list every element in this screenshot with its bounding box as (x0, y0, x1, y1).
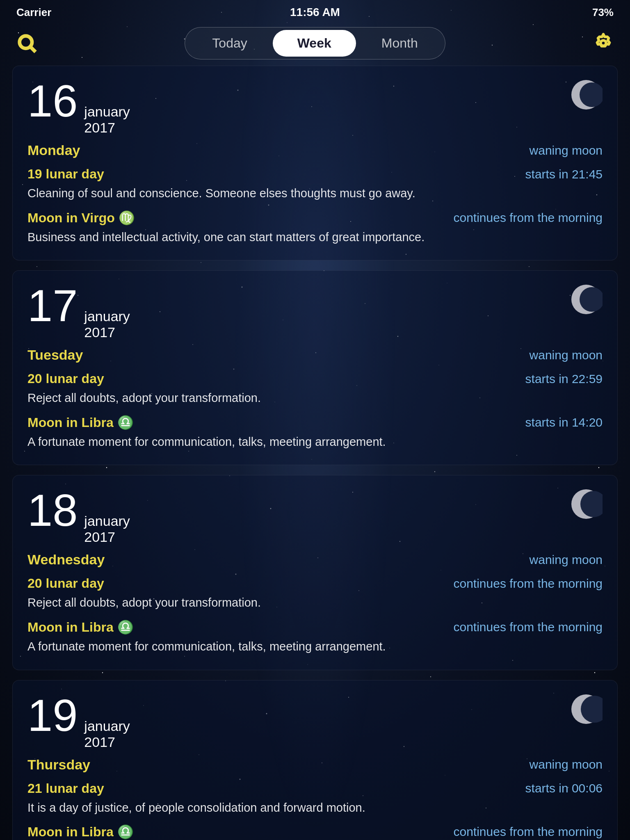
lunar-time-18: continues from the morning (453, 577, 603, 591)
moon-sign-section-16: Moon in Virgo ♍ continues from the morni… (27, 210, 603, 246)
lunar-section-17: 20 lunar day starts in 22:59 Reject all … (27, 371, 603, 406)
moon-phase-icon-16 (570, 78, 603, 111)
day-name-row-17: Tuesday waning moon (27, 347, 603, 363)
carrier-label: Carrier (16, 6, 51, 19)
day-header-19: 19 january 2017 (27, 693, 603, 750)
day-number-16: 16 (27, 78, 78, 123)
tab-month[interactable]: Month (357, 30, 443, 57)
moon-sign-row-17: Moon in Libra ♎ starts in 14:20 (27, 415, 603, 430)
moon-sign-row-16: Moon in Virgo ♍ continues from the morni… (27, 210, 603, 226)
search-icon (16, 32, 37, 54)
moon-sign-time-17: starts in 14:20 (525, 415, 603, 429)
day-month-16: january (84, 104, 130, 120)
time-display: 11:56 AM (290, 6, 340, 19)
day-number-17: 17 (27, 283, 78, 328)
day-name-19: Thursday (27, 757, 90, 773)
days-list: 16 january 2017 Monday waning moon 19 lu… (0, 66, 630, 840)
lunar-desc-19: It is a day of justice, of people consol… (27, 799, 603, 816)
moon-sign-row-18: Moon in Libra ♎ continues from the morni… (27, 619, 603, 635)
day-number-block-16: 16 january 2017 (27, 78, 130, 136)
moon-sign-label-17: Moon in Libra ♎ (27, 415, 134, 430)
lunar-time-17: starts in 22:59 (525, 372, 603, 386)
gear-icon (593, 32, 614, 54)
day-number-block-17: 17 january 2017 (27, 283, 130, 340)
tab-today[interactable]: Today (187, 30, 272, 57)
day-name-row-16: Monday waning moon (27, 142, 603, 158)
day-card-17: 17 january 2017 Tuesday waning moon 20 l… (12, 270, 618, 465)
day-number-block-19: 19 january 2017 (27, 693, 130, 750)
moon-phase-icon-18 (570, 488, 603, 520)
top-navigation: Today Week Month (0, 25, 630, 66)
moon-sign-desc-18: A fortunate moment for communication, ta… (27, 638, 603, 655)
lunar-row-16: 19 lunar day starts in 21:45 (27, 167, 603, 182)
day-name-row-19: Thursday waning moon (27, 757, 603, 773)
moon-phase-label-17: waning moon (530, 348, 603, 362)
lunar-day-label-18: 20 lunar day (27, 576, 104, 591)
svg-line-134 (31, 47, 36, 52)
status-right: 73% (592, 6, 614, 19)
moon-sign-time-19: continues from the morning (453, 825, 603, 839)
day-header-16: 16 january 2017 (27, 78, 603, 136)
lunar-section-18: 20 lunar day continues from the morning … (27, 576, 603, 611)
lunar-time-19: starts in 00:06 (525, 781, 603, 795)
moon-sign-label-16: Moon in Virgo ♍ (27, 210, 135, 226)
moon-phase-label-18: waning moon (530, 553, 603, 567)
day-header-18: 18 january 2017 (27, 488, 603, 545)
svg-point-133 (20, 36, 32, 48)
moon-phase-label-19: waning moon (530, 758, 603, 772)
day-number-block-18: 18 january 2017 (27, 488, 130, 545)
lunar-desc-17: Reject all doubts, adopt your transforma… (27, 390, 603, 406)
day-name-row-18: Wednesday waning moon (27, 552, 603, 568)
day-name-16: Monday (27, 142, 80, 158)
moon-sign-label-18: Moon in Libra ♎ (27, 619, 134, 635)
day-month-year-19: january 2017 (84, 718, 130, 750)
day-header-17: 17 january 2017 (27, 283, 603, 340)
status-bar: Carrier 11:56 AM 73% (0, 0, 630, 25)
day-name-17: Tuesday (27, 347, 83, 363)
day-month-19: january (84, 718, 130, 734)
moon-sign-desc-16: Business and intellectual activity, one … (27, 229, 603, 246)
day-year-16: 2017 (84, 120, 130, 136)
day-month-17: january (84, 308, 130, 324)
lunar-row-18: 20 lunar day continues from the morning (27, 576, 603, 591)
day-month-18: january (84, 513, 130, 529)
day-card-19: 19 january 2017 Thursday waning moon 21 … (12, 680, 618, 840)
moon-sign-section-19: Moon in Libra ♎ continues from the morni… (27, 824, 603, 840)
lunar-section-16: 19 lunar day starts in 21:45 Cleaning of… (27, 167, 603, 202)
moon-sign-section-18: Moon in Libra ♎ continues from the morni… (27, 619, 603, 655)
day-number-18: 18 (27, 488, 78, 533)
lunar-row-17: 20 lunar day starts in 22:59 (27, 371, 603, 386)
day-month-year-16: january 2017 (84, 104, 130, 136)
battery-label: 73% (592, 6, 614, 19)
day-year-18: 2017 (84, 529, 130, 545)
day-number-19: 19 (27, 693, 78, 738)
lunar-desc-16: Cleaning of soul and conscience. Someone… (27, 185, 603, 202)
lunar-desc-18: Reject all doubts, adopt your transforma… (27, 594, 603, 611)
moon-sign-row-19: Moon in Libra ♎ continues from the morni… (27, 824, 603, 840)
day-name-18: Wednesday (27, 552, 105, 568)
moon-sign-section-17: Moon in Libra ♎ starts in 14:20 A fortun… (27, 415, 603, 450)
day-month-year-18: january 2017 (84, 513, 130, 545)
moon-phase-label-16: waning moon (530, 144, 603, 158)
day-card-16: 16 january 2017 Monday waning moon 19 lu… (12, 66, 618, 260)
moon-phase-icon-19 (570, 693, 603, 726)
moon-sign-desc-17: A fortunate moment for communication, ta… (27, 434, 603, 450)
lunar-day-label-17: 20 lunar day (27, 371, 104, 386)
tab-week[interactable]: Week (273, 30, 356, 57)
day-year-19: 2017 (84, 734, 130, 750)
lunar-section-19: 21 lunar day starts in 00:06 It is a day… (27, 781, 603, 816)
day-month-year-17: january 2017 (84, 308, 130, 340)
day-year-17: 2017 (84, 324, 130, 340)
settings-button[interactable] (589, 29, 618, 57)
nav-tab-group: Today Week Month (185, 27, 445, 59)
moon-sign-label-19: Moon in Libra ♎ (27, 824, 134, 840)
lunar-day-label-16: 19 lunar day (27, 167, 104, 182)
lunar-time-16: starts in 21:45 (525, 167, 603, 181)
moon-sign-time-16: continues from the morning (453, 211, 603, 225)
moon-sign-time-18: continues from the morning (453, 620, 603, 634)
moon-phase-icon-17 (570, 283, 603, 316)
lunar-day-label-19: 21 lunar day (27, 781, 104, 796)
search-button[interactable] (12, 29, 41, 57)
day-card-18: 18 january 2017 Wednesday waning moon 20… (12, 475, 618, 670)
lunar-row-19: 21 lunar day starts in 00:06 (27, 781, 603, 796)
